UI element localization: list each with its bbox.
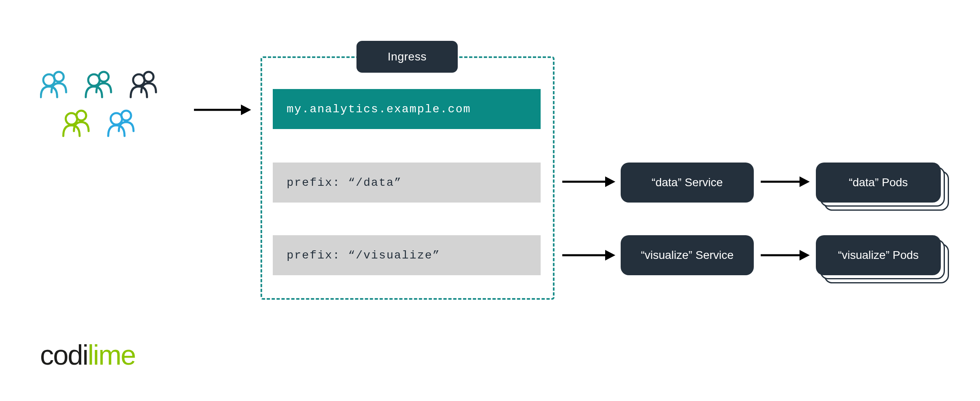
ingress-rule-visualize-text: prefix: “/visualize” [287, 249, 440, 262]
ingress-host-text: my.analytics.example.com [287, 103, 471, 116]
pods-data: “data” Pods [816, 163, 941, 203]
pods-visualize: “visualize” Pods [816, 235, 941, 275]
users-icon-cluster [40, 69, 195, 151]
pods-data-stack: “data” Pods [816, 163, 955, 212]
ingress-rule-data: prefix: “/data” [273, 163, 541, 203]
service-data-label: “data” Service [652, 176, 723, 189]
pods-visualize-label: “visualize” Pods [838, 249, 919, 262]
svg-marker-5 [605, 176, 615, 187]
arrow-rule-to-service-visualize [560, 245, 617, 265]
svg-marker-11 [800, 250, 810, 261]
logo-part-lime: lime [88, 339, 136, 370]
brand-logo: codilime [40, 339, 135, 371]
arrow-users-to-ingress [192, 100, 253, 120]
ingress-rule-visualize: prefix: “/visualize” [273, 235, 541, 275]
ingress-rule-data-text: prefix: “/data” [287, 176, 402, 189]
ingress-label: Ingress [356, 41, 458, 73]
arrow-service-to-pods-visualize [759, 245, 812, 265]
arrow-rule-to-service-data [560, 172, 617, 192]
logo-part-codi: codi [40, 339, 88, 370]
users-group [40, 69, 195, 151]
service-visualize: “visualize” Service [621, 235, 754, 275]
service-visualize-label: “visualize” Service [641, 249, 733, 262]
ingress-label-text: Ingress [388, 50, 426, 63]
arrow-service-to-pods-data [759, 172, 812, 192]
svg-marker-3 [241, 105, 251, 115]
pods-visualize-stack: “visualize” Pods [816, 235, 955, 284]
pods-data-label: “data” Pods [849, 176, 908, 189]
ingress-host-bar: my.analytics.example.com [273, 89, 541, 129]
svg-marker-9 [800, 176, 810, 187]
svg-marker-7 [605, 250, 615, 261]
diagram-canvas: Ingress my.analytics.example.com prefix:… [0, 0, 980, 401]
service-data: “data” Service [621, 163, 754, 203]
